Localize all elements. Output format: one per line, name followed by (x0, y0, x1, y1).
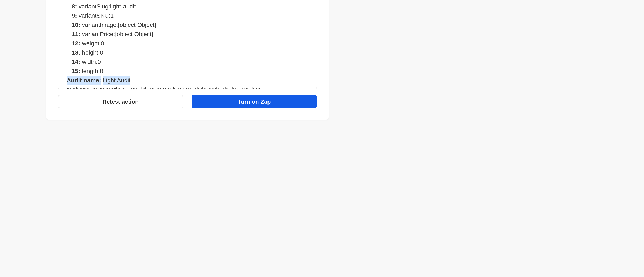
colon: : (99, 76, 101, 85)
colon: : (78, 48, 80, 57)
output-scroll[interactable]: 8:variantSlug: light-audit9:variantSKU: … (58, 0, 316, 89)
separator: : (98, 66, 100, 76)
output-index: 9 (72, 11, 75, 20)
output-index: 10 (72, 20, 78, 29)
output-value: 0 (98, 57, 101, 66)
output-label: variantPrice (82, 29, 114, 39)
output-row: 9:variantSKU: 1 (58, 11, 316, 20)
output-index: 13 (72, 48, 78, 57)
separator: : (116, 20, 118, 29)
colon: : (75, 2, 77, 11)
output-label: variantImage (82, 20, 116, 29)
turn-on-zap-label: Turn on Zap (238, 98, 271, 105)
output-index: 14 (72, 57, 78, 66)
retest-action-label: Retest action (102, 98, 138, 105)
output-value: [object Object] (115, 29, 153, 39)
output-index: 8 (72, 2, 75, 11)
output-index: 15 (72, 66, 78, 76)
output-label: length (82, 66, 98, 76)
run-id-key: reshape_automation_run_id (67, 85, 146, 89)
output-label: width (82, 57, 96, 66)
retest-action-button[interactable]: Retest action (58, 95, 183, 108)
output-row: 13:height: 0 (58, 48, 316, 57)
output-index: 11 (72, 29, 78, 39)
audit-name-key: Audit name (67, 76, 99, 85)
output-value: 0 (101, 39, 104, 48)
colon: : (78, 39, 80, 48)
output-row-run-id: reshape_automation_run_id:03c6076b-07a3-… (58, 85, 316, 89)
output-row: 8:variantSlug: light-audit (58, 2, 316, 11)
audit-name-value: Light Audit (103, 76, 130, 85)
output-row: 11:variantPrice: [object Object] (58, 29, 316, 39)
output-label: variantSKU (78, 11, 109, 20)
separator: : (109, 11, 110, 20)
output-value: 0 (100, 66, 103, 76)
separator: : (96, 57, 98, 66)
output-row: 12:weight: 0 (58, 39, 316, 48)
output-value: 0 (100, 48, 103, 57)
spacer (101, 76, 103, 85)
output-value: light-audit (110, 2, 136, 11)
colon: : (146, 85, 148, 89)
turn-on-zap-button[interactable]: Turn on Zap (192, 95, 317, 108)
output-row: 10:variantImage: [object Object] (58, 20, 316, 29)
colon: : (75, 11, 77, 20)
output-row: 15:length: 0 (58, 66, 316, 76)
output-label: weight (82, 39, 99, 48)
colon: : (78, 66, 80, 76)
separator: : (108, 2, 110, 11)
separator: : (114, 29, 115, 39)
separator: : (99, 39, 101, 48)
output-label: variantSlug (78, 2, 108, 11)
action-buttons-row: Retest action Turn on Zap (58, 95, 317, 108)
output-label: height (82, 48, 98, 57)
zap-step-card: 8:variantSlug: light-audit9:variantSKU: … (46, 0, 329, 120)
colon: : (78, 57, 80, 66)
output-row: 14:width: 0 (58, 57, 316, 66)
colon: : (78, 20, 80, 29)
separator: : (98, 48, 100, 57)
output-value: [object Object] (118, 20, 156, 29)
colon: : (78, 29, 80, 39)
run-id-value: 03c6076b-07a3-4bdc-adf4-4b8b61945bca (150, 85, 261, 89)
output-row-audit-name: Audit name: Light Audit (58, 76, 316, 85)
output-index: 12 (72, 39, 78, 48)
output-value: 1 (110, 11, 114, 20)
output-panel: 8:variantSlug: light-audit9:variantSKU: … (58, 0, 317, 89)
